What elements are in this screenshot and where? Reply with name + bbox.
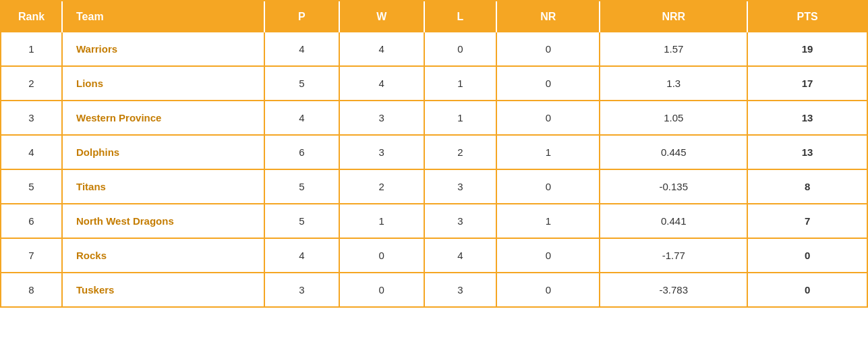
cell-rank: 3: [1, 101, 62, 135]
cell-nr: 0: [496, 32, 600, 66]
table-row: 1Warriors44001.5719: [1, 32, 867, 66]
cell-pts: 19: [747, 32, 867, 66]
header-nrr: NRR: [600, 1, 747, 32]
cell-nr: 0: [496, 169, 600, 204]
header-p: P: [264, 1, 339, 32]
table-row: 5Titans5230-0.1358: [1, 169, 867, 204]
cell-pts: 8: [747, 169, 867, 204]
cell-p: 6: [264, 135, 339, 169]
header-nr: NR: [496, 1, 600, 32]
cell-rank: 1: [1, 32, 62, 66]
cell-pts: 0: [747, 273, 867, 306]
table-row: 8Tuskers3030-3.7830: [1, 273, 867, 306]
table-row: 2Lions54101.317: [1, 66, 867, 101]
header-team: Team: [62, 1, 264, 32]
cell-rank: 8: [1, 273, 62, 306]
cell-p: 5: [264, 169, 339, 204]
cell-pts: 13: [747, 135, 867, 169]
cell-nr: 0: [496, 238, 600, 273]
cell-l: 3: [424, 273, 497, 306]
cell-l: 1: [424, 66, 497, 101]
cell-nr: 1: [496, 204, 600, 238]
cell-rank: 5: [1, 169, 62, 204]
cell-pts: 0: [747, 238, 867, 273]
cell-pts: 13: [747, 101, 867, 135]
cell-team: Rocks: [62, 238, 264, 273]
cell-p: 4: [264, 238, 339, 273]
cell-nrr: 1.3: [600, 66, 747, 101]
cell-nrr: -0.135: [600, 169, 747, 204]
cell-team: Lions: [62, 66, 264, 101]
cell-p: 4: [264, 32, 339, 66]
table-row: 4Dolphins63210.44513: [1, 135, 867, 169]
cell-pts: 17: [747, 66, 867, 101]
table-header-row: Rank Team P W L NR NRR PTS: [1, 1, 867, 32]
cell-team: Tuskers: [62, 273, 264, 306]
cell-pts: 7: [747, 204, 867, 238]
cell-w: 3: [339, 101, 424, 135]
cell-p: 4: [264, 101, 339, 135]
header-w: W: [339, 1, 424, 32]
cell-l: 3: [424, 169, 497, 204]
cell-nrr: 0.445: [600, 135, 747, 169]
cell-w: 1: [339, 204, 424, 238]
cell-rank: 7: [1, 238, 62, 273]
cell-l: 4: [424, 238, 497, 273]
cell-w: 4: [339, 32, 424, 66]
cell-nrr: 0.441: [600, 204, 747, 238]
cell-team: Titans: [62, 169, 264, 204]
table-row: 7Rocks4040-1.770: [1, 238, 867, 273]
cell-w: 4: [339, 66, 424, 101]
cell-team: Dolphins: [62, 135, 264, 169]
cell-l: 3: [424, 204, 497, 238]
cell-team: Warriors: [62, 32, 264, 66]
header-l: L: [424, 1, 497, 32]
cell-rank: 2: [1, 66, 62, 101]
cell-nr: 1: [496, 135, 600, 169]
cell-w: 0: [339, 238, 424, 273]
cell-l: 2: [424, 135, 497, 169]
cell-l: 0: [424, 32, 497, 66]
cell-l: 1: [424, 101, 497, 135]
cell-p: 5: [264, 66, 339, 101]
standings-table-container: Rank Team P W L NR NRR PTS 1Warriors4400…: [0, 0, 868, 308]
cell-rank: 6: [1, 204, 62, 238]
cell-nrr: -3.783: [600, 273, 747, 306]
cell-team: North West Dragons: [62, 204, 264, 238]
cell-team: Western Province: [62, 101, 264, 135]
table-row: 6North West Dragons51310.4417: [1, 204, 867, 238]
standings-table: Rank Team P W L NR NRR PTS 1Warriors4400…: [1, 1, 867, 306]
cell-w: 0: [339, 273, 424, 306]
cell-w: 3: [339, 135, 424, 169]
cell-nrr: -1.77: [600, 238, 747, 273]
cell-p: 3: [264, 273, 339, 306]
cell-nr: 0: [496, 66, 600, 101]
cell-w: 2: [339, 169, 424, 204]
cell-nrr: 1.05: [600, 101, 747, 135]
header-pts: PTS: [747, 1, 867, 32]
cell-p: 5: [264, 204, 339, 238]
table-row: 3Western Province43101.0513: [1, 101, 867, 135]
cell-nrr: 1.57: [600, 32, 747, 66]
cell-nr: 0: [496, 101, 600, 135]
cell-nr: 0: [496, 273, 600, 306]
cell-rank: 4: [1, 135, 62, 169]
header-rank: Rank: [1, 1, 62, 32]
